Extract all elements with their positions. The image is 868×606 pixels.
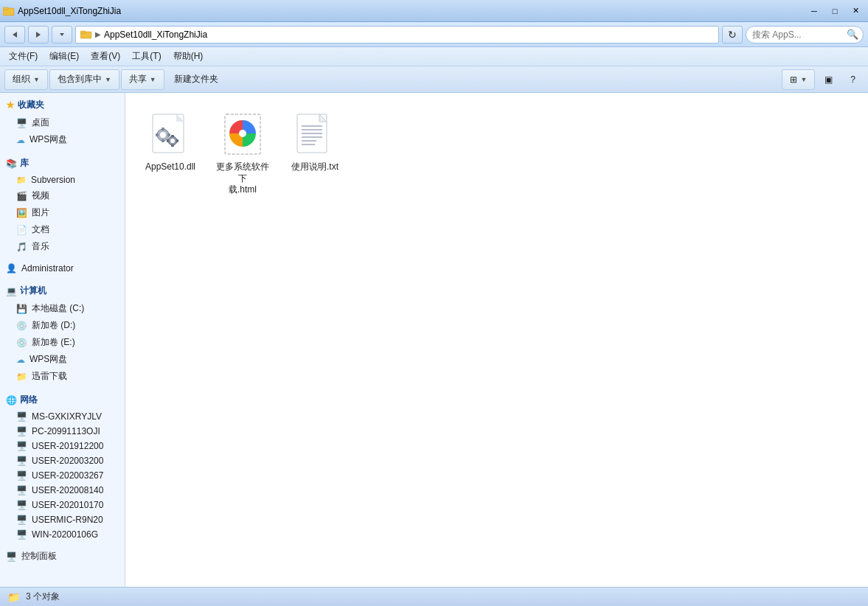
network-label: 网络 bbox=[20, 394, 38, 406]
sidebar-item-net-3[interactable]: 🖥️ USER-202003200 bbox=[0, 453, 125, 468]
search-box[interactable]: 🔍 bbox=[746, 26, 864, 43]
net-label-6: USER-202010170 bbox=[32, 500, 103, 510]
svg-point-17 bbox=[170, 139, 175, 143]
net-icon-2: 🖥️ bbox=[16, 441, 27, 451]
svg-rect-14 bbox=[156, 133, 159, 136]
svg-marker-3 bbox=[36, 32, 41, 38]
svg-rect-20 bbox=[167, 139, 169, 142]
view-arrow: ▼ bbox=[800, 76, 807, 83]
star-icon: ★ bbox=[6, 100, 15, 111]
computer-section: 💻 计算机 💾 本地磁盘 (C:) 💿 新加卷 (D:) 💿 新加卷 (E:) … bbox=[0, 279, 125, 388]
refresh-button[interactable]: ↻ bbox=[722, 26, 743, 43]
file-item-dll[interactable]: AppSet10.dll bbox=[137, 105, 204, 203]
sidebar-item-drive-e[interactable]: 💿 新加卷 (E:) bbox=[0, 334, 125, 351]
wps-drive-icon: ☁ bbox=[16, 355, 25, 365]
sidebar-item-subversion[interactable]: 📁 Subversion bbox=[0, 173, 125, 187]
close-button[interactable]: ✕ bbox=[846, 4, 865, 18]
subversion-icon: 📁 bbox=[16, 175, 27, 185]
sidebar-item-net-7[interactable]: 🖥️ USERMIC-R9N20 bbox=[0, 512, 125, 527]
file-item-html[interactable]: 更多系统软件下载.html bbox=[209, 105, 276, 203]
include-arrow: ▼ bbox=[105, 76, 111, 83]
net-label-4: USER-202003267 bbox=[32, 470, 103, 481]
view-button[interactable]: ⊞ ▼ bbox=[782, 69, 815, 90]
sidebar-item-desktop[interactable]: 🖥️ 桌面 bbox=[0, 114, 125, 131]
sidebar-item-music[interactable]: 🎵 音乐 bbox=[0, 238, 125, 255]
include-label: 包含到库中 bbox=[58, 73, 102, 86]
sidebar-item-picture[interactable]: 🖼️ 图片 bbox=[0, 204, 125, 221]
menu-file[interactable]: 文件(F) bbox=[3, 48, 44, 65]
video-icon: 🎬 bbox=[16, 191, 27, 201]
sidebar-item-net-4[interactable]: 🖥️ USER-202003267 bbox=[0, 468, 125, 483]
search-icon[interactable]: 🔍 bbox=[847, 29, 858, 40]
dll-filename: AppSet10.dll bbox=[145, 161, 195, 173]
titlebar-controls: ─ □ ✕ bbox=[805, 4, 865, 18]
help-button[interactable]: ? bbox=[842, 69, 864, 90]
menu-tools[interactable]: 工具(T) bbox=[126, 48, 167, 65]
music-label: 音乐 bbox=[32, 240, 49, 253]
favorites-label: 收藏夹 bbox=[18, 99, 44, 111]
sidebar-item-drive-c[interactable]: 💾 本地磁盘 (C:) bbox=[0, 300, 125, 317]
sidebar-item-doc[interactable]: 📄 文档 bbox=[0, 221, 125, 238]
sidebar-item-drive-d[interactable]: 💿 新加卷 (D:) bbox=[0, 317, 125, 334]
file-content: AppSet10.dll bbox=[125, 93, 868, 587]
desktop-icon: 🖥️ bbox=[16, 118, 27, 128]
pane-button[interactable]: ▣ bbox=[816, 69, 841, 90]
sidebar-item-video[interactable]: 🎬 视频 bbox=[0, 187, 125, 204]
minimize-button[interactable]: ─ bbox=[805, 4, 824, 18]
titlebar-left: AppSet10dll_XiTongZhiJia bbox=[3, 5, 121, 17]
path-text: AppSet10dll_XiTongZhiJia bbox=[104, 29, 207, 40]
cloud-icon: ☁ bbox=[16, 135, 25, 145]
recent-button[interactable] bbox=[52, 26, 72, 43]
file-item-txt[interactable]: 使用说明.txt bbox=[282, 105, 348, 203]
svg-point-24 bbox=[239, 130, 246, 137]
svg-rect-12 bbox=[162, 128, 164, 130]
html-icon-wrapper bbox=[219, 111, 266, 159]
statusbar-folder-icon: 📁 bbox=[7, 591, 20, 603]
path-separator: ▶ bbox=[95, 30, 101, 38]
address-path[interactable]: ▶ AppSet10dll_XiTongZhiJia bbox=[75, 26, 719, 43]
sidebar-item-control-panel[interactable]: 🖥️ 控制面板 bbox=[0, 548, 125, 565]
txt-filename: 使用说明.txt bbox=[291, 161, 338, 173]
svg-marker-4 bbox=[60, 33, 64, 36]
sidebar-item-net-5[interactable]: 🖥️ USER-202008140 bbox=[0, 483, 125, 498]
share-button[interactable]: 共享 ▼ bbox=[121, 69, 164, 90]
new-folder-button[interactable]: 新建文件夹 bbox=[166, 69, 226, 90]
sidebar-item-net-2[interactable]: 🖥️ USER-201912200 bbox=[0, 439, 125, 453]
sidebar-item-net-8[interactable]: 🖥️ WIN-20200106G bbox=[0, 527, 125, 542]
menu-view[interactable]: 查看(V) bbox=[85, 48, 126, 65]
thunder-label: 迅雷下载 bbox=[32, 370, 67, 383]
favorites-header[interactable]: ★ 收藏夹 bbox=[0, 96, 125, 114]
menu-edit[interactable]: 编辑(E) bbox=[44, 48, 85, 65]
svg-rect-15 bbox=[167, 133, 170, 136]
maximize-button[interactable]: □ bbox=[825, 4, 844, 18]
picture-label: 图片 bbox=[32, 206, 49, 219]
sidebar-item-thunder[interactable]: 📁 迅雷下载 bbox=[0, 368, 125, 385]
sidebar-item-admin[interactable]: 👤 Administrator bbox=[0, 261, 125, 276]
forward-button[interactable] bbox=[28, 26, 49, 43]
svg-point-11 bbox=[160, 132, 166, 138]
admin-label: Administrator bbox=[21, 263, 74, 274]
organize-button[interactable]: 组织 ▼ bbox=[4, 69, 48, 90]
drive-d-icon: 💿 bbox=[16, 321, 27, 331]
help-icon: ? bbox=[850, 74, 855, 85]
search-input[interactable] bbox=[752, 29, 845, 40]
menu-help[interactable]: 帮助(H) bbox=[167, 48, 209, 65]
titlebar-title: AppSet10dll_XiTongZhiJia bbox=[18, 6, 121, 16]
svg-rect-1 bbox=[3, 7, 8, 10]
drive-e-label: 新加卷 (E:) bbox=[32, 336, 75, 349]
drive-e-icon: 💿 bbox=[16, 338, 27, 348]
sidebar-item-net-6[interactable]: 🖥️ USER-202010170 bbox=[0, 498, 125, 512]
computer-header[interactable]: 💻 计算机 bbox=[0, 282, 125, 300]
html-icon bbox=[222, 113, 263, 157]
admin-icon: 👤 bbox=[6, 263, 17, 274]
svg-marker-2 bbox=[13, 32, 17, 38]
include-library-button[interactable]: 包含到库中 ▼ bbox=[49, 69, 119, 90]
sidebar-item-net-0[interactable]: 🖥️ MS-GXKIXRYJLV bbox=[0, 409, 125, 424]
share-label: 共享 bbox=[129, 73, 147, 86]
sidebar-item-wps[interactable]: ☁ WPS网盘 bbox=[0, 131, 125, 148]
sidebar-item-net-1[interactable]: 🖥️ PC-20991113OJI bbox=[0, 424, 125, 439]
back-button[interactable] bbox=[4, 26, 25, 43]
network-header[interactable]: 🌐 网络 bbox=[0, 391, 125, 409]
library-header[interactable]: 📚 库 bbox=[0, 154, 125, 173]
sidebar-item-wps-drive[interactable]: ☁ WPS网盘 bbox=[0, 351, 125, 368]
